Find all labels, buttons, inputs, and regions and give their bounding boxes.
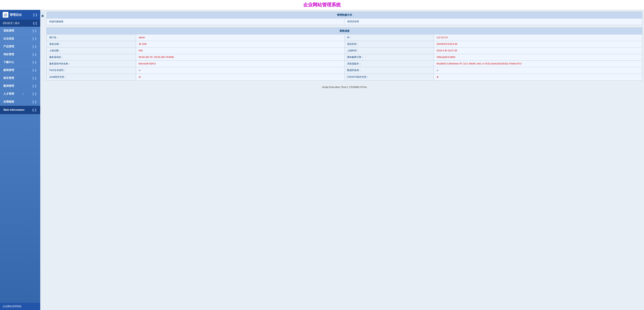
system-info-table: 系统信息 用户名： admin IP： 112.32.5.9 身份过期： 30 … — [46, 28, 642, 81]
row1-left-label: 身份过期： — [46, 41, 136, 48]
row4-right-value: Mozilla/5.0 (Windows NT 10.0; Win64; x64… — [434, 61, 642, 67]
row1-right-value: 2020年8月15日4:48 — [434, 41, 642, 48]
sidebar-logo: @ 管理后台 — [3, 12, 22, 18]
row2-left-value: 549 — [136, 48, 344, 54]
row2-right-label: 上线时间： — [344, 48, 434, 54]
nav-label-company: 企业信息 — [3, 37, 14, 41]
row6-right-label: CDONTS组件支持： — [344, 74, 434, 81]
quick-shortcuts-col1[interactable]: 快捷功能链接 — [46, 19, 344, 25]
row3-right-value: VBScript/5.6.8832 — [434, 54, 642, 61]
sidebar-nav-item[interactable]: 人才管理 3 ❯❯ — [0, 90, 40, 98]
table-row: Jmail组件支持： ✗ CDONTS组件支持： ✗ — [46, 74, 642, 81]
row0-right-label: IP： — [344, 35, 434, 41]
web-info-label: Web Information — [3, 108, 24, 111]
quick-shortcuts-title: 管理快捷方式 — [46, 12, 642, 19]
nav-icon-message: ❯❯ — [32, 76, 37, 80]
system-info-title: 系统信息 — [46, 28, 642, 35]
nav-icon-download: ❯❯ — [32, 60, 37, 64]
row0-left-value: admin — [136, 35, 344, 41]
web-info-icon: ❮❮ — [32, 108, 37, 112]
row4-right-label: 浏览器版本： — [344, 61, 434, 67]
sidebar-nav-item[interactable]: 系统管理 ❯❯ — [0, 27, 40, 35]
nav-icon-product: ❯❯ — [32, 45, 37, 48]
nav-label-product: 产品管理 — [3, 45, 14, 48]
sidebar-nav-item[interactable]: 留言管理 ❯❯ — [0, 74, 40, 82]
exec-time: Script Execution Time:1.731856E+07ms — [46, 82, 642, 92]
row5-left-value: ✓ — [136, 67, 344, 74]
sidebar-nav-item[interactable]: 企业信息 ❯❯ — [0, 35, 40, 43]
quick-shortcuts-col2[interactable]: 管理员管理 — [344, 19, 642, 25]
sidebar-footer: 企业网站管理系统 — [0, 303, 40, 310]
row2-left-label: 上线次数： — [46, 48, 136, 54]
nav-icon-inquiry: ❯❯ — [32, 53, 37, 56]
row6-left-label: Jmail组件支持： — [46, 74, 136, 81]
table-row: FSO文本读写： ✓ 数据库使用： ✓ — [46, 67, 642, 74]
row6-right-value: ✗ — [434, 74, 642, 81]
exec-time-label: Script Execution Time:1.731856E+07ms — [322, 86, 367, 89]
sidebar-nav-item[interactable]: 新闻管理 ❯❯ — [0, 66, 40, 74]
sidebar-nav-item[interactable]: 案例管理 ❯❯ — [0, 82, 40, 90]
row4-left-value: Microsoft-IIS/6.0 — [136, 61, 344, 67]
sidebar: @ 管理后台 ❯❯ 回到首页 | 退出 ❮❮ 系统管理 ❯❯ 企业信息 ❯❯ 产… — [0, 10, 40, 310]
row3-left-label: 服务器域名： — [46, 54, 136, 61]
row6-left-value: ✗ — [136, 74, 344, 81]
nav-icon-talent: ❯❯ — [32, 92, 37, 96]
row0-left-label: 用户名： — [46, 35, 136, 41]
table-row: 上线次数： 549 上线时间： 2018-3-30 18:27:39 — [46, 48, 642, 54]
sidebar-nav-item[interactable]: 友情链接 ❯❯ — [0, 98, 40, 106]
sidebar-back-text[interactable]: 回到首页 | 退出 — [3, 22, 20, 25]
content-area: 管理快捷方式 快捷功能链接 管理员管理 系统信息 用户名： — [45, 10, 644, 310]
sidebar-logo-text: 管理后台 — [10, 13, 22, 17]
sidebar-nav-item[interactable]: 下载中心 ❯❯ — [0, 58, 40, 66]
row5-right-value: ✓ — [434, 67, 642, 74]
nav-label-talent: 人才管理 — [3, 92, 14, 96]
sidebar-collapse-icon[interactable]: ❯❯ — [32, 13, 38, 17]
nav-label-links: 友情链接 — [3, 100, 14, 104]
nav-icon-company: ❯❯ — [32, 37, 37, 41]
row1-right-label: 现在时间： — [344, 41, 434, 48]
sidebar-back[interactable]: 回到首页 | 退出 ❮❮ — [0, 20, 40, 27]
table-row: 服务器域名： 59.63.200.79 / 59.63.200.79:8005 … — [46, 54, 642, 61]
nav-label-inquiry: 询价管理 — [3, 53, 14, 56]
table-row: 用户名： admin IP： 112.32.5.9 — [46, 35, 642, 41]
row2-right-value: 2018-3-30 18:27:39 — [434, 48, 642, 54]
sidebar-web-info[interactable]: Web Information ❮❮ — [0, 106, 40, 114]
row5-right-label: 数据库使用： — [344, 67, 434, 74]
sidebar-back-arrow-icon: ❮❮ — [32, 21, 38, 25]
page-title: 企业网站管理系统 — [0, 0, 644, 10]
row3-left-value: 59.63.200.79 / 59.63.200.79:8005 — [136, 54, 344, 61]
nav-label-message: 留言管理 — [3, 76, 14, 80]
nav-icon-news: ❯❯ — [32, 68, 37, 72]
table-row: 身份过期： 30 分钟 现在时间： 2020年8月15日4:48 — [46, 41, 642, 48]
nav-icon-links: ❯❯ — [32, 100, 37, 104]
row3-right-label: 脚本解释引擎： — [344, 54, 434, 61]
sidebar-nav-item[interactable]: 产品管理 ❯❯ — [0, 43, 40, 51]
row0-right-value: 112.32.5.9 — [434, 35, 642, 41]
at-icon: @ — [3, 12, 8, 18]
row4-left-label: 服务器软件的名称： — [46, 61, 136, 67]
nav-badge: 3 — [22, 93, 24, 95]
sidebar-footer-text: 企业网站管理系统 — [3, 305, 22, 308]
screen-switch-button[interactable]: 屏幕切换 — [40, 12, 45, 14]
nav-icon-case: ❯❯ — [32, 84, 37, 88]
nav-label-system: 系统管理 — [3, 29, 14, 33]
nav-label-download: 下载中心 — [3, 61, 14, 64]
row1-left-value: 30 分钟 — [136, 41, 344, 48]
nav-icon-system: ❯❯ — [32, 29, 37, 33]
table-row: 服务器软件的名称： Microsoft-IIS/6.0 浏览器版本： Mozil… — [46, 61, 642, 67]
row5-left-label: FSO文本读写： — [46, 67, 136, 74]
sidebar-header: @ 管理后台 ❯❯ — [0, 10, 40, 20]
sidebar-nav-item[interactable]: 询价管理 ❯❯ — [0, 51, 40, 58]
nav-label-case: 案例管理 — [3, 84, 14, 88]
quick-shortcuts-table: 管理快捷方式 快捷功能链接 管理员管理 — [46, 12, 642, 25]
nav-label-news: 新闻管理 — [3, 69, 14, 72]
